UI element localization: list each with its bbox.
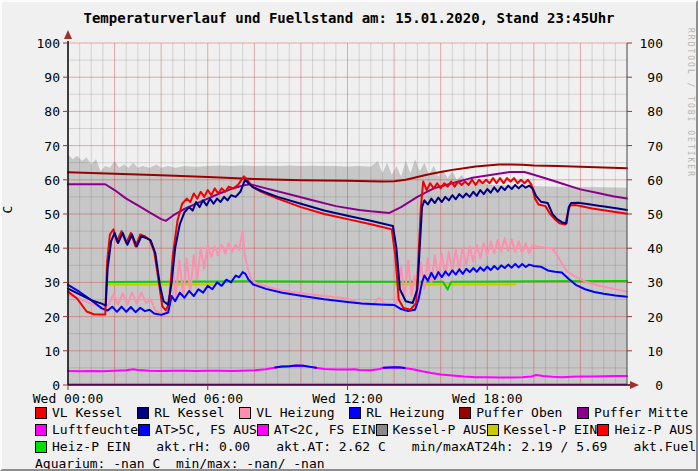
legend-item: Puffer Oben bbox=[459, 405, 562, 421]
legend-label: Kessel-P EIN bbox=[504, 422, 598, 438]
legend-stat: akt.AT: 2.62 C bbox=[276, 439, 386, 455]
y-tick-label-right: 70 bbox=[633, 140, 663, 153]
legend-label: Heiz-P EIN bbox=[52, 439, 130, 455]
y-tick-label-right: 80 bbox=[633, 105, 663, 118]
legend-label: RL Heizung bbox=[366, 405, 444, 421]
legend-label: akt.rH: 0.00 bbox=[156, 439, 250, 455]
y-tick-label-right: 50 bbox=[633, 208, 663, 221]
legend-row-1: VL KesselRL KesselVL HeizungRL HeizungPu… bbox=[35, 405, 688, 421]
legend-label: VL Heizung bbox=[256, 405, 334, 421]
legend-swatch bbox=[597, 424, 609, 436]
legend-label: Puffer Mitte bbox=[594, 405, 688, 421]
y-tick-label: 80 bbox=[4, 105, 60, 118]
y-tick-label-right: 100 bbox=[633, 37, 663, 50]
legend-stat: akt.Fuellstand: 58 bbox=[633, 439, 698, 455]
y-tick-label-right: 30 bbox=[633, 276, 663, 289]
y-axis-arrow bbox=[64, 30, 72, 39]
legend-label: min/maxAT24h: 2.19 / 5.69 bbox=[412, 439, 608, 455]
legend-swatch bbox=[138, 424, 150, 436]
legend-stat: Aquarium: -nan C min/max: -nan/ -nan bbox=[35, 456, 325, 471]
legend-label: RL Kessel bbox=[154, 405, 224, 421]
chart-title: Temperaturverlauf und Fuellstand am: 15.… bbox=[2, 10, 696, 26]
x-tick-label: Wed 06:00 bbox=[163, 392, 253, 405]
legend-swatch bbox=[137, 407, 149, 419]
x-tick-label: Wed 12:00 bbox=[303, 392, 393, 405]
legend-label: VL Kessel bbox=[52, 405, 122, 421]
legend-label: Puffer Oben bbox=[476, 405, 562, 421]
x-tick-label: Wed 18:00 bbox=[442, 392, 532, 405]
legend-row-4: Aquarium: -nan C min/max: -nan/ -nan bbox=[35, 456, 688, 471]
y-tick-label-right: 20 bbox=[633, 311, 663, 324]
rrdtool-graph-window: Temperaturverlauf und Fuellstand am: 15.… bbox=[0, 0, 698, 471]
rrdtool-watermark: RRDTOOL / TOBI OETIKER bbox=[686, 28, 695, 178]
y-tick-label-right: 90 bbox=[633, 71, 663, 84]
legend-swatch bbox=[35, 441, 47, 453]
legend-swatch bbox=[487, 424, 499, 436]
legend-swatch bbox=[577, 407, 589, 419]
legend-swatch bbox=[239, 407, 251, 419]
legend-swatch bbox=[257, 424, 269, 436]
legend-item: Kessel-P AUS bbox=[376, 422, 487, 438]
y-tick-label: 100 bbox=[4, 37, 60, 50]
legend-label: akt.AT: 2.62 C bbox=[276, 439, 386, 455]
legend-item: Luftfeuchte bbox=[35, 422, 138, 438]
legend-label: AT<2C, FS EIN bbox=[274, 422, 376, 438]
y-tick-label: 30 bbox=[4, 276, 60, 289]
legend-item: AT>5C, FS AUS bbox=[138, 422, 257, 438]
y-tick-label: 20 bbox=[4, 311, 60, 324]
legend-row-2: LuftfeuchteAT>5C, FS AUSAT<2C, FS EINKes… bbox=[35, 422, 688, 438]
legend-stat: min/maxAT24h: 2.19 / 5.69 bbox=[412, 439, 608, 455]
y-tick-label: 70 bbox=[4, 140, 60, 153]
legend-swatch bbox=[35, 424, 47, 436]
legend-swatch bbox=[376, 424, 388, 436]
chart-plot bbox=[68, 43, 627, 385]
legend-label: Aquarium: -nan C min/max: -nan/ -nan bbox=[35, 456, 325, 471]
legend-item: AT<2C, FS EIN bbox=[257, 422, 376, 438]
y-tick-label-right: 60 bbox=[633, 174, 663, 187]
x-tick-label: Wed 00:00 bbox=[23, 392, 113, 405]
y-tick-label: 90 bbox=[4, 71, 60, 84]
legend-item: RL Kessel bbox=[137, 405, 224, 421]
legend-label: Heiz-P AUS bbox=[614, 422, 692, 438]
y-tick-label: 10 bbox=[4, 345, 60, 358]
legend-swatch bbox=[349, 407, 361, 419]
legend-swatch bbox=[459, 407, 471, 419]
legend-label: Kessel-P AUS bbox=[393, 422, 487, 438]
legend-label: Luftfeuchte bbox=[52, 422, 138, 438]
legend-swatch bbox=[35, 407, 47, 419]
legend-item: Heiz-P AUS bbox=[597, 422, 692, 438]
legend-label: akt.Fuellstand: 58 bbox=[633, 439, 698, 455]
legend-item: VL Kessel bbox=[35, 405, 122, 421]
legend: VL KesselRL KesselVL HeizungRL HeizungPu… bbox=[35, 405, 688, 471]
legend-row-3: Heiz-P EINakt.rH: 0.00akt.AT: 2.62 Cmin/… bbox=[35, 439, 688, 455]
y-tick-label-right: 0 bbox=[633, 379, 663, 392]
y-tick-label-right: 10 bbox=[633, 345, 663, 358]
legend-item: Puffer Mitte bbox=[577, 405, 688, 421]
legend-stat: akt.rH: 0.00 bbox=[156, 439, 250, 455]
y-tick-label-right: 40 bbox=[633, 242, 663, 255]
series-at-5c-fs-aus bbox=[384, 367, 405, 368]
legend-item: RL Heizung bbox=[349, 405, 444, 421]
legend-item: VL Heizung bbox=[239, 405, 334, 421]
y-tick-label: 60 bbox=[4, 174, 60, 187]
legend-item: Kessel-P EIN bbox=[487, 422, 598, 438]
y-tick-label: 50 bbox=[4, 208, 60, 221]
legend-item: Heiz-P EIN bbox=[35, 439, 130, 455]
y-tick-label: 40 bbox=[4, 242, 60, 255]
legend-label: AT>5C, FS AUS bbox=[155, 422, 257, 438]
